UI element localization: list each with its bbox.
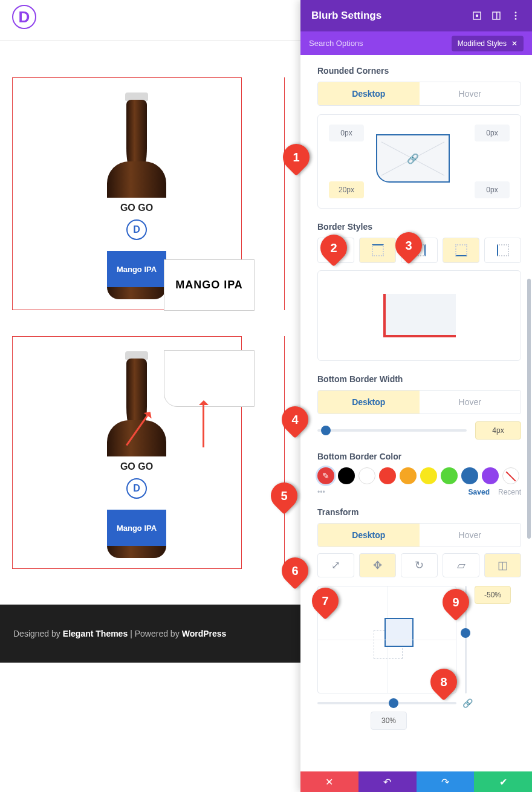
divi-logo: D bbox=[12, 5, 36, 29]
transform-scale[interactable]: ⤢ bbox=[317, 553, 354, 577]
card-title-box: MANGO IPA bbox=[164, 259, 255, 311]
scrollbar[interactable] bbox=[527, 279, 531, 539]
corner-bottom-right[interactable]: 0px bbox=[475, 181, 510, 198]
transform-x-slider[interactable] bbox=[317, 702, 456, 704]
footer-cms-link[interactable]: WordPress bbox=[182, 629, 227, 638]
fullscreen-icon[interactable] bbox=[472, 10, 482, 21]
swatch-yellow[interactable] bbox=[420, 467, 437, 484]
link-values-icon[interactable]: 🔗 bbox=[462, 698, 473, 708]
corner-preview[interactable]: 🔗 bbox=[376, 134, 450, 183]
footer-theme-link[interactable]: Elegant Themes bbox=[63, 629, 128, 638]
swatch-purple[interactable] bbox=[482, 467, 499, 484]
border-left[interactable] bbox=[484, 238, 521, 263]
more-icon[interactable] bbox=[510, 10, 521, 21]
responsive-tabs: Desktop Hover bbox=[317, 390, 521, 414]
card-title-box-transformed bbox=[164, 350, 255, 407]
svg-point-6 bbox=[515, 18, 517, 20]
bottle-flavor: Mango IPA bbox=[107, 510, 166, 546]
recent-colors-tab[interactable]: Recent bbox=[498, 488, 521, 496]
border-width-value[interactable]: 4px bbox=[475, 421, 521, 440]
tab-hover[interactable]: Hover bbox=[420, 391, 521, 414]
swatch-black[interactable] bbox=[338, 467, 355, 484]
page-footer: Designed by Elegant Themes | Powered by … bbox=[0, 605, 300, 663]
bottle-mark: D bbox=[126, 219, 147, 240]
undo-button[interactable]: ↶ bbox=[358, 771, 417, 792]
transform-x-value[interactable]: 30% bbox=[371, 712, 407, 730]
corner-top-left[interactable]: 0px bbox=[329, 125, 364, 141]
swatch-green[interactable] bbox=[441, 467, 458, 484]
section-bottom-border-color: Bottom Border Color bbox=[317, 452, 521, 461]
border-bottom[interactable] bbox=[443, 238, 479, 263]
svg-point-5 bbox=[515, 15, 517, 17]
header-divider bbox=[0, 41, 300, 41]
redo-button[interactable]: ↷ bbox=[417, 771, 475, 792]
save-button[interactable]: ✔ bbox=[474, 771, 532, 792]
border-top[interactable] bbox=[359, 238, 396, 263]
responsive-tabs: Desktop Hover bbox=[317, 523, 521, 547]
panel-footer-actions: ✕ ↶ ↷ ✔ bbox=[300, 771, 532, 792]
product-card-2[interactable]: GO GO D Mango IPA bbox=[12, 336, 242, 569]
border-width-slider[interactable] bbox=[317, 429, 467, 432]
tab-hover[interactable]: Hover bbox=[420, 524, 521, 547]
swatch-white[interactable] bbox=[358, 467, 375, 484]
discard-button[interactable]: ✕ bbox=[300, 771, 358, 792]
color-swatches: ✎ bbox=[317, 467, 521, 484]
transform-skew[interactable]: ▱ bbox=[443, 553, 479, 577]
transform-type-selector: ⤢ ✥ ↻ ▱ ◫ bbox=[317, 553, 521, 577]
bottle-brand: GO GO bbox=[107, 461, 166, 472]
annotation-arrow bbox=[203, 405, 204, 447]
more-colors-icon[interactable]: ••• bbox=[317, 488, 460, 496]
transform-y-value[interactable]: -50% bbox=[475, 586, 511, 604]
corner-top-right[interactable]: 0px bbox=[475, 125, 510, 141]
section-rounded-corners: Rounded Corners bbox=[317, 66, 521, 76]
close-icon[interactable]: ✕ bbox=[511, 39, 517, 48]
bottle-flavor: Mango IPA bbox=[107, 251, 166, 287]
section-bottom-border-width: Bottom Border Width bbox=[317, 374, 521, 384]
search-input[interactable]: Search Options bbox=[309, 39, 363, 48]
color-picker-dropper[interactable]: ✎ bbox=[317, 467, 334, 484]
border-preview bbox=[317, 270, 521, 361]
transform-translate[interactable]: ✥ bbox=[359, 553, 396, 577]
swatch-orange[interactable] bbox=[400, 467, 417, 484]
modified-styles-label: Modified Styles bbox=[458, 39, 507, 48]
tab-desktop[interactable]: Desktop bbox=[318, 391, 420, 414]
transform-origin[interactable]: ◫ bbox=[484, 553, 521, 577]
panel-header: Blurb Settings bbox=[300, 0, 532, 31]
section-border-styles: Border Styles bbox=[317, 222, 521, 232]
bottle-mark: D bbox=[126, 478, 147, 499]
guide-line-2 bbox=[284, 336, 285, 569]
bottle-brand: GO GO bbox=[107, 203, 166, 213]
swatch-blue[interactable] bbox=[461, 467, 478, 484]
settings-panel: Blurb Settings Search Options Modified S… bbox=[300, 0, 532, 792]
tab-desktop[interactable]: Desktop bbox=[318, 82, 420, 105]
dock-icon[interactable] bbox=[491, 10, 502, 21]
product-card-1[interactable]: GO GO D Mango IPA MANGO IPA bbox=[12, 77, 242, 310]
responsive-tabs: Desktop Hover bbox=[317, 82, 521, 106]
product-bottle: GO GO D Mango IPA bbox=[103, 89, 170, 300]
svg-point-1 bbox=[476, 15, 478, 17]
tab-hover[interactable]: Hover bbox=[420, 82, 521, 105]
section-transform: Transform bbox=[317, 507, 521, 517]
guide-line-1 bbox=[284, 77, 285, 310]
svg-point-4 bbox=[515, 11, 517, 13]
swatch-red[interactable] bbox=[379, 467, 396, 484]
footer-prefix: Designed by bbox=[13, 629, 60, 638]
transform-rotate[interactable]: ↻ bbox=[401, 553, 438, 577]
product-bottle: GO GO D Mango IPA bbox=[103, 348, 170, 559]
modified-styles-filter[interactable]: Modified Styles ✕ bbox=[452, 36, 524, 51]
panel-title: Blurb Settings bbox=[311, 10, 381, 22]
saved-colors-tab[interactable]: Saved bbox=[469, 488, 490, 496]
rounded-corners-control: 0px 0px 20px 0px 🔗 bbox=[317, 114, 521, 209]
link-values-icon[interactable]: 🔗 bbox=[407, 153, 419, 164]
corner-bottom-left[interactable]: 20px bbox=[329, 181, 364, 198]
footer-mid: | Powered by bbox=[130, 629, 179, 638]
swatch-none[interactable] bbox=[502, 467, 519, 484]
transform-cursor[interactable] bbox=[384, 618, 414, 647]
tab-desktop[interactable]: Desktop bbox=[318, 524, 420, 547]
panel-search-bar: Search Options Modified Styles ✕ bbox=[300, 31, 532, 55]
